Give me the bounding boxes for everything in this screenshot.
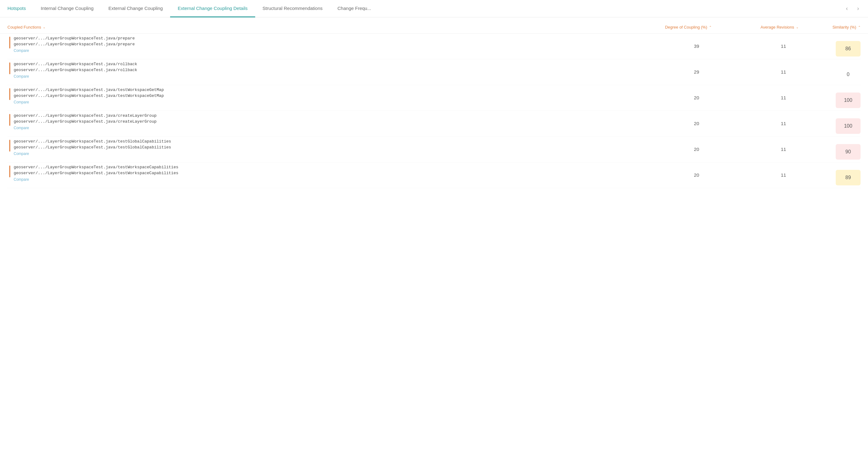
app-container: Hotspots Internal Change Coupling Extern… — [0, 0, 868, 196]
similarity-badge: 86 — [836, 41, 861, 57]
compare-link[interactable]: Compare — [14, 100, 625, 104]
coupled-cell: geoserver/.../LayerGroupWorkspaceTest.ja… — [7, 113, 625, 130]
func-line1: geoserver/.../LayerGroupWorkspaceTest.ja… — [14, 113, 625, 118]
revisions-value: 11 — [712, 36, 799, 49]
func-line1: geoserver/.../LayerGroupWorkspaceTest.ja… — [14, 36, 625, 41]
tab-external-change-coupling-details[interactable]: External Change Coupling Details — [170, 0, 255, 18]
degree-value: 29 — [625, 62, 712, 75]
col-header-coupled-functions[interactable]: Coupled Functions ⌄ — [7, 25, 625, 30]
coupled-cell: geoserver/.../LayerGroupWorkspaceTest.ja… — [7, 165, 625, 182]
func-line1: geoserver/.../LayerGroupWorkspaceTest.ja… — [14, 165, 625, 170]
func-line2: geoserver/.../LayerGroupWorkspaceTest.ja… — [14, 93, 625, 98]
similarity-badge: 0 — [836, 67, 861, 82]
table-row: geoserver/.../LayerGroupWorkspaceTest.ja… — [7, 59, 861, 85]
revisions-value: 11 — [712, 88, 799, 100]
similarity-cell: 86 — [799, 36, 861, 57]
revisions-value: 11 — [712, 62, 799, 75]
tab-internal-change-coupling[interactable]: Internal Change Coupling — [33, 0, 101, 18]
similarity-cell: 100 — [799, 113, 861, 134]
similarity-badge: 89 — [836, 170, 861, 185]
compare-link[interactable]: Compare — [14, 126, 625, 130]
chevron-up-icon-similarity: ⌃ — [858, 26, 861, 29]
col-header-degree-of-coupling[interactable]: Degree of Coupling (%) ⌃ — [625, 25, 712, 30]
tab-hotspots[interactable]: Hotspots — [0, 0, 33, 18]
compare-link[interactable]: Compare — [14, 74, 625, 79]
func-line2: geoserver/.../LayerGroupWorkspaceTest.ja… — [14, 119, 625, 124]
col-header-similarity[interactable]: Similarity (%) ⌃ — [799, 25, 861, 30]
chevron-down-icon: ⌄ — [43, 26, 45, 29]
col-header-average-revisions[interactable]: Average Revisions ⌄ — [712, 25, 799, 30]
similarity-badge: 100 — [836, 92, 861, 108]
similarity-cell: 89 — [799, 165, 861, 185]
table-container: Coupled Functions ⌄ Degree of Coupling (… — [0, 18, 868, 196]
similarity-cell: 0 — [799, 62, 861, 82]
col-label-average-revisions: Average Revisions — [761, 25, 794, 30]
func-line1: geoserver/.../LayerGroupWorkspaceTest.ja… — [14, 88, 625, 92]
degree-value: 20 — [625, 165, 712, 178]
nav-arrow-left[interactable]: ‹ — [842, 4, 852, 14]
tab-external-change-coupling[interactable]: External Change Coupling — [101, 0, 170, 18]
degree-value: 20 — [625, 88, 712, 100]
func-line2: geoserver/.../LayerGroupWorkspaceTest.ja… — [14, 42, 625, 47]
nav-arrow-right[interactable]: › — [853, 4, 863, 14]
coupled-cell: geoserver/.../LayerGroupWorkspaceTest.ja… — [7, 62, 625, 79]
chevron-down-icon-revisions: ⌄ — [796, 26, 799, 29]
revisions-value: 11 — [712, 113, 799, 126]
table-row: geoserver/.../LayerGroupWorkspaceTest.ja… — [7, 33, 861, 59]
chevron-up-icon: ⌃ — [709, 26, 712, 29]
similarity-badge: 90 — [836, 144, 861, 159]
coupled-cell: geoserver/.../LayerGroupWorkspaceTest.ja… — [7, 36, 625, 53]
degree-value: 20 — [625, 139, 712, 152]
table-header: Coupled Functions ⌄ Degree of Coupling (… — [0, 25, 868, 33]
degree-value: 39 — [625, 36, 712, 49]
revisions-value: 11 — [712, 139, 799, 152]
func-line2: geoserver/.../LayerGroupWorkspaceTest.ja… — [14, 171, 625, 175]
col-label-similarity: Similarity (%) — [832, 25, 856, 30]
col-label-coupled-functions: Coupled Functions — [7, 25, 41, 30]
tab-structural-recommendations[interactable]: Structural Recommendations — [255, 0, 330, 18]
revisions-value: 11 — [712, 165, 799, 178]
compare-link[interactable]: Compare — [14, 151, 625, 156]
func-line1: geoserver/.../LayerGroupWorkspaceTest.ja… — [14, 62, 625, 66]
col-label-degree-of-coupling: Degree of Coupling (%) — [665, 25, 707, 30]
coupled-cell: geoserver/.../LayerGroupWorkspaceTest.ja… — [7, 139, 625, 156]
table-row: geoserver/.../LayerGroupWorkspaceTest.ja… — [7, 85, 861, 111]
degree-value: 20 — [625, 113, 712, 126]
tab-change-frequency[interactable]: Change Frequ... — [330, 0, 378, 18]
compare-link[interactable]: Compare — [14, 49, 625, 53]
table-row: geoserver/.../LayerGroupWorkspaceTest.ja… — [7, 163, 861, 188]
similarity-cell: 100 — [799, 88, 861, 108]
compare-link[interactable]: Compare — [14, 177, 625, 182]
similarity-badge: 100 — [836, 118, 861, 134]
func-line2: geoserver/.../LayerGroupWorkspaceTest.ja… — [14, 145, 625, 150]
table-row: geoserver/.../LayerGroupWorkspaceTest.ja… — [7, 111, 861, 137]
coupled-cell: geoserver/.../LayerGroupWorkspaceTest.ja… — [7, 88, 625, 104]
func-line1: geoserver/.../LayerGroupWorkspaceTest.ja… — [14, 139, 625, 144]
data-rows: geoserver/.../LayerGroupWorkspaceTest.ja… — [0, 33, 868, 188]
func-line2: geoserver/.../LayerGroupWorkspaceTest.ja… — [14, 68, 625, 72]
table-row: geoserver/.../LayerGroupWorkspaceTest.ja… — [7, 137, 861, 163]
nav-tabs: Hotspots Internal Change Coupling Extern… — [0, 0, 868, 18]
similarity-cell: 90 — [799, 139, 861, 159]
